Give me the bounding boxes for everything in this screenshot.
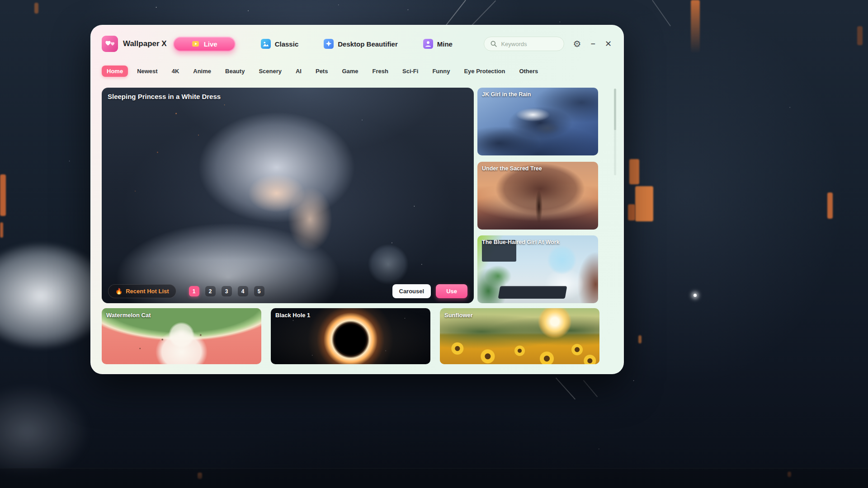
main-nav: Live Classic De [173,37,453,52]
wallpaper-thumbnail [477,162,598,230]
search-icon [490,40,497,47]
wallpaper-card-sacred-tree[interactable]: Under the Sacred Tree [477,162,598,230]
keyboard-shape [498,286,567,299]
wallpaper-thumbnail [440,308,599,364]
search-box[interactable] [484,37,564,51]
use-button[interactable]: Use [436,284,467,298]
category-beauty[interactable]: Beauty [220,66,250,77]
paint-blotch [691,0,700,53]
category-others[interactable]: Others [514,66,543,77]
nav-live-tab[interactable]: Live [173,37,236,52]
page-button-3[interactable]: 3 [222,286,232,296]
category-4k[interactable]: 4K [167,66,184,77]
minimize-button[interactable]: − [590,39,596,49]
category-game[interactable]: Game [337,66,363,77]
paint-blotch [34,3,38,14]
wallpaper-thumbnail [477,88,598,155]
wallpaper-card-sunflower[interactable]: Sunflower [440,308,599,364]
featured-wallpaper-card[interactable]: Sleeping Princess in a White Dress 🔥 Rec… [102,88,474,303]
monitor-shape [482,240,516,262]
main-content: Sleeping Princess in a White Dress 🔥 Rec… [102,88,613,303]
nav-classic-label: Classic [275,40,299,48]
paint-blotch [827,192,833,219]
flame-icon: 🔥 [115,288,123,295]
paint-blotch [0,222,3,238]
app-title: Wallpaper X [123,39,167,48]
paint-blotch [638,335,642,343]
category-eye-protection[interactable]: Eye Protection [459,66,510,77]
wallpaper-thumbnail [102,308,261,364]
recent-hot-list-button[interactable]: 🔥 Recent Hot List [108,284,176,298]
sidebar-scrollbar-thumb[interactable] [614,89,616,130]
hero-pagination: 1 2 3 4 5 [189,286,264,296]
app-window: Wallpaper X Live Classic [90,25,624,374]
category-ai[interactable]: AI [291,66,307,77]
wallpaper-card-blue-haired-girl[interactable]: The Blue-Haired Girl At Work [477,235,598,303]
sidebar-card-list: JK Girl in the Rain Under the Sacred Tre… [477,88,598,303]
category-pets[interactable]: Pets [311,66,333,77]
recent-hot-list-label: Recent Hot List [126,288,169,295]
classic-picture-icon [261,39,271,49]
bottom-card-row: Watermelon Cat Black Hole 1 Sunflower [102,308,599,364]
wallpaper-thumbnail [271,308,430,364]
nav-mine-label: Mine [437,40,453,48]
hero-control-bar: 🔥 Recent Hot List 1 2 3 4 5 Carousel Use [108,284,467,298]
category-anime[interactable]: Anime [188,66,216,77]
category-filter-bar: Home Newest 4K Anime Beauty Scenery AI P… [102,66,613,77]
sidebar-scrollbar[interactable] [614,89,616,175]
nav-mine-tab[interactable]: Mine [423,39,453,49]
app-logo-icon [102,36,118,52]
page-button-5[interactable]: 5 [254,286,264,296]
page-button-2[interactable]: 2 [205,286,216,296]
close-button[interactable]: ✕ [604,39,613,49]
featured-wallpaper-title: Sleeping Princess in a White Dress [108,93,221,100]
category-scenery[interactable]: Scenery [254,66,287,77]
search-input[interactable] [501,41,555,47]
carousel-button[interactable]: Carousel [392,284,431,298]
page-button-4[interactable]: 4 [238,286,248,296]
category-newest[interactable]: Newest [132,66,163,77]
paint-blotch [857,26,863,45]
live-video-icon [191,40,200,47]
page-button-1[interactable]: 1 [189,286,199,296]
light-dot [693,294,697,297]
sparkle-icon [324,39,334,49]
nav-desktop-beautifier-tab[interactable]: Desktop Beautifier [324,39,398,49]
user-icon [423,39,433,49]
wallpaper-bottom-band [0,468,868,488]
paint-blotch [635,186,653,221]
category-home[interactable]: Home [102,66,128,77]
settings-gear-icon[interactable]: ⚙ [572,38,582,49]
nav-desktop-beautifier-label: Desktop Beautifier [338,40,398,48]
category-scifi[interactable]: Sci-Fi [397,66,423,77]
nav-live-label: Live [204,40,217,48]
category-funny[interactable]: Funny [427,66,455,77]
paint-blotch [628,204,635,221]
paint-blotch [629,159,639,184]
header-right: ⚙ − ✕ [484,37,613,51]
title-bar: Wallpaper X Live Classic [102,25,613,62]
wallpaper-card-black-hole[interactable]: Black Hole 1 [271,308,430,364]
wallpaper-card-watermelon-cat[interactable]: Watermelon Cat [102,308,261,364]
category-fresh[interactable]: Fresh [368,66,393,77]
nav-classic-tab[interactable]: Classic [261,39,299,49]
paint-blotch [0,174,6,216]
wallpaper-card-jk-girl[interactable]: JK Girl in the Rain [477,88,598,155]
